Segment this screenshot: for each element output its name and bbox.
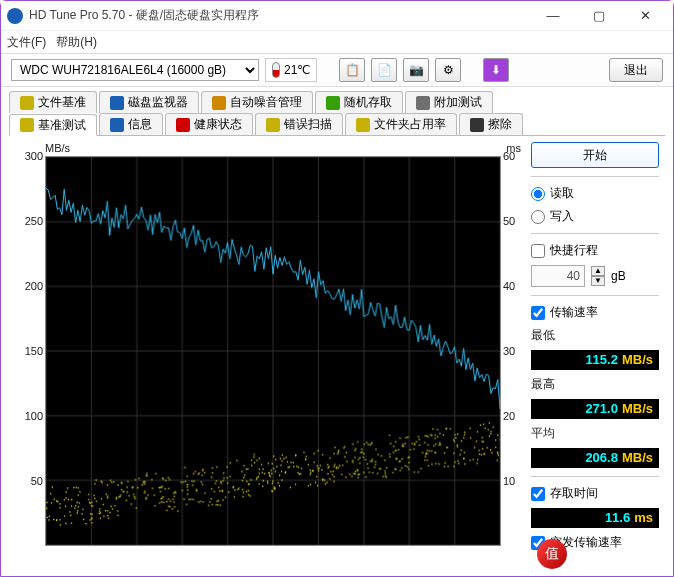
- write-radio[interactable]: 写入: [531, 208, 659, 225]
- screenshot-button[interactable]: 📷: [403, 58, 429, 82]
- tab-icon: [326, 96, 340, 110]
- thermometer-icon: [272, 62, 280, 78]
- spin-up[interactable]: ▲: [591, 266, 605, 276]
- max-label: 最高: [531, 376, 659, 393]
- titlebar: HD Tune Pro 5.70 - 硬盘/固态硬盘实用程序 ― ▢ ✕: [1, 1, 673, 31]
- y-axis-left-label: MB/s: [45, 142, 70, 154]
- y-left-tick: 100: [17, 410, 43, 422]
- close-button[interactable]: ✕: [623, 2, 667, 30]
- menu-file[interactable]: 文件(F): [7, 34, 46, 51]
- window-title: HD Tune Pro 5.70 - 硬盘/固态硬盘实用程序: [29, 7, 531, 24]
- tab-label: 信息: [128, 116, 152, 133]
- copy-text-button[interactable]: 📋: [339, 58, 365, 82]
- chart-area: MB/s ms 30025020015010050 605040302010: [15, 142, 525, 562]
- short-stroke-value: [531, 265, 585, 287]
- tab-label: 擦除: [488, 116, 512, 133]
- short-stroke-unit: gB: [611, 269, 626, 283]
- tab-文件夹占用率[interactable]: 文件夹占用率: [345, 113, 457, 135]
- avg-value: 206.8MB/s: [531, 448, 659, 468]
- y-left-tick: 200: [17, 280, 43, 292]
- tab-磁盘监视器[interactable]: 磁盘监视器: [99, 91, 199, 113]
- short-stroke-checkbox[interactable]: 快捷行程: [531, 242, 659, 259]
- tab-擦除[interactable]: 擦除: [459, 113, 523, 135]
- spin-down[interactable]: ▼: [591, 276, 605, 286]
- avg-label: 平均: [531, 425, 659, 442]
- tab-icon: [212, 96, 226, 110]
- benchmark-chart: [45, 156, 501, 546]
- access-time-checkbox[interactable]: 存取时间: [531, 485, 659, 502]
- tab-label: 文件夹占用率: [374, 116, 446, 133]
- y-left-tick: 300: [17, 150, 43, 162]
- y-right-tick: 40: [503, 280, 523, 292]
- copy-info-button[interactable]: 📄: [371, 58, 397, 82]
- access-time-value: 11.6ms: [531, 508, 659, 528]
- toolbar: WDC WUH721816ALE6L4 (16000 gB) 21℃ 📋 📄 📷…: [1, 53, 673, 87]
- y-left-tick: 150: [17, 345, 43, 357]
- app-icon: [7, 8, 23, 24]
- tab-icon: [266, 118, 280, 132]
- exit-button[interactable]: 退出: [609, 58, 663, 82]
- menu-bar: 文件(F) 帮助(H): [1, 31, 673, 53]
- tab-label: 健康状态: [194, 116, 242, 133]
- tab-icon: [110, 118, 124, 132]
- side-panel: 开始 读取 写入 快捷行程 ▲▼ gB 传输速率 最低 115.2MB/s 最高…: [531, 142, 659, 562]
- tab-icon: [20, 96, 34, 110]
- tabs-row-2: 基准测试信息健康状态错误扫描文件夹占用率擦除: [1, 113, 673, 135]
- y-left-tick: 50: [17, 475, 43, 487]
- tab-icon: [20, 118, 34, 132]
- burst-rate-checkbox[interactable]: 突发传输速率: [531, 534, 659, 551]
- tab-icon: [416, 96, 430, 110]
- drive-select[interactable]: WDC WUH721816ALE6L4 (16000 gB): [11, 59, 259, 81]
- tab-基准测试[interactable]: 基准测试: [9, 114, 97, 136]
- y-right-tick: 60: [503, 150, 523, 162]
- tab-健康状态[interactable]: 健康状态: [165, 113, 253, 135]
- minimize-button[interactable]: ―: [531, 2, 575, 30]
- settings-button[interactable]: ⚙: [435, 58, 461, 82]
- temperature-value: 21℃: [284, 63, 310, 77]
- tab-icon: [356, 118, 370, 132]
- tab-label: 文件基准: [38, 94, 86, 111]
- tab-错误扫描[interactable]: 错误扫描: [255, 113, 343, 135]
- max-value: 271.0MB/s: [531, 399, 659, 419]
- min-label: 最低: [531, 327, 659, 344]
- tab-label: 自动噪音管理: [230, 94, 302, 111]
- maximize-button[interactable]: ▢: [577, 2, 621, 30]
- tab-label: 随机存取: [344, 94, 392, 111]
- tab-label: 磁盘监视器: [128, 94, 188, 111]
- tab-文件基准[interactable]: 文件基准: [9, 91, 97, 113]
- y-right-tick: 50: [503, 215, 523, 227]
- tab-icon: [110, 96, 124, 110]
- tab-附加测试[interactable]: 附加测试: [405, 91, 493, 113]
- tab-随机存取[interactable]: 随机存取: [315, 91, 403, 113]
- tabs-row-1: 文件基准磁盘监视器自动噪音管理随机存取附加测试: [1, 87, 673, 113]
- tab-label: 错误扫描: [284, 116, 332, 133]
- tab-icon: [176, 118, 190, 132]
- tab-label: 附加测试: [434, 94, 482, 111]
- tab-icon: [470, 118, 484, 132]
- tab-label: 基准测试: [38, 117, 86, 134]
- transfer-rate-checkbox[interactable]: 传输速率: [531, 304, 659, 321]
- y-right-tick: 20: [503, 410, 523, 422]
- temperature: 21℃: [265, 58, 317, 82]
- tab-信息[interactable]: 信息: [99, 113, 163, 135]
- y-right-tick: 10: [503, 475, 523, 487]
- y-right-tick: 30: [503, 345, 523, 357]
- y-left-tick: 250: [17, 215, 43, 227]
- menu-help[interactable]: 帮助(H): [56, 34, 97, 51]
- save-button[interactable]: ⬇: [483, 58, 509, 82]
- start-button[interactable]: 开始: [531, 142, 659, 168]
- tab-自动噪音管理[interactable]: 自动噪音管理: [201, 91, 313, 113]
- min-value: 115.2MB/s: [531, 350, 659, 370]
- read-radio[interactable]: 读取: [531, 185, 659, 202]
